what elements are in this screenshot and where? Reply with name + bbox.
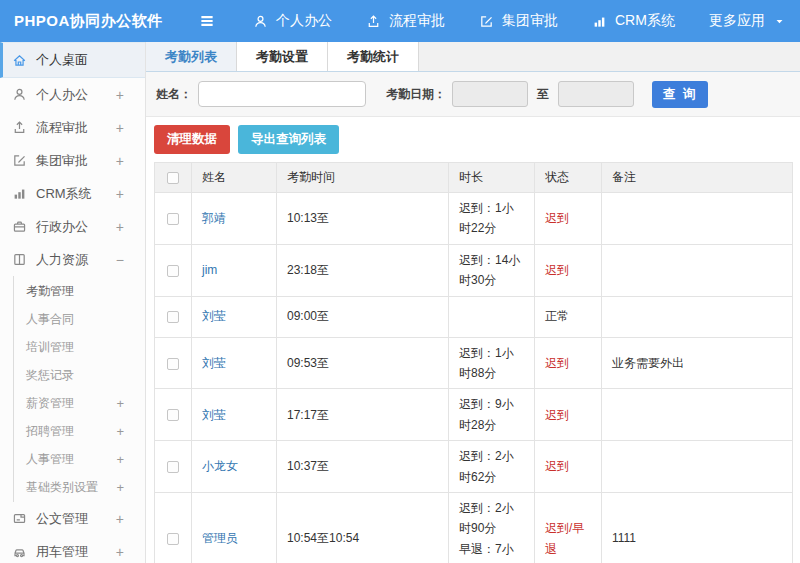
- row-checkbox[interactable]: [167, 265, 179, 277]
- sidebar-item-label: 人力资源: [36, 251, 88, 269]
- clean-data-button[interactable]: 清理数据: [154, 125, 230, 154]
- sidebar-item-5[interactable]: CRM系统+: [0, 177, 145, 210]
- search-button[interactable]: 查 询: [652, 81, 708, 108]
- status-badge: 正常: [545, 309, 569, 323]
- employee-name-link[interactable]: 刘莹: [202, 309, 226, 323]
- sidebar-subitem-6[interactable]: 招聘管理+: [14, 417, 145, 445]
- expand-toggle[interactable]: +: [116, 154, 124, 168]
- row-checkbox[interactable]: [167, 213, 179, 225]
- sidebar-item-4[interactable]: 集团审批+: [0, 144, 145, 177]
- sidebar-item-3[interactable]: 流程审批+: [0, 111, 145, 144]
- nav-item-label: 个人办公: [276, 12, 332, 30]
- expand-toggle[interactable]: +: [116, 187, 124, 201]
- column-header: 考勤时间: [277, 163, 449, 193]
- column-header: 备注: [602, 163, 793, 193]
- sidebar-item-7[interactable]: 人力资源−: [0, 243, 145, 276]
- name-input[interactable]: [198, 81, 366, 107]
- time-cell: 23:18至: [277, 244, 449, 296]
- expand-toggle[interactable]: +: [116, 88, 124, 102]
- employee-name-link[interactable]: 郭靖: [202, 211, 226, 225]
- remark-text: 业务需要外出: [612, 356, 684, 370]
- attendance-time: 09:53至: [287, 356, 329, 370]
- expand-toggle[interactable]: +: [116, 220, 124, 234]
- hamburger-menu-icon[interactable]: [198, 12, 216, 30]
- nav-item-1[interactable]: 个人办公: [236, 0, 349, 42]
- sidebar-subitem-8[interactable]: 基础类别设置+: [14, 473, 145, 501]
- status-badge: 迟到: [545, 408, 569, 422]
- sidebar-item-9[interactable]: 用车管理+: [0, 535, 145, 563]
- row-checkbox[interactable]: [167, 533, 179, 545]
- expand-toggle[interactable]: +: [116, 481, 124, 494]
- attendance-time: 10:13至: [287, 211, 329, 225]
- sidebar-subitem-4[interactable]: 奖惩记录: [14, 361, 145, 389]
- name-label: 姓名：: [156, 86, 192, 103]
- sidebar-item-1[interactable]: 个人桌面: [0, 42, 145, 78]
- employee-name-link[interactable]: 小龙女: [202, 459, 238, 473]
- sidebar-item-2[interactable]: 个人办公+: [0, 78, 145, 111]
- time-cell: 10:37至: [277, 441, 449, 493]
- expand-toggle[interactable]: +: [116, 425, 124, 438]
- row-checkbox[interactable]: [167, 409, 179, 421]
- book-icon: [12, 252, 29, 267]
- date-label: 考勤日期：: [386, 86, 446, 103]
- doc-icon: [12, 511, 29, 526]
- status-badge: 迟到: [545, 211, 569, 225]
- row-checkbox[interactable]: [167, 311, 179, 323]
- employee-name-link[interactable]: 管理员: [202, 531, 238, 545]
- row-checkbox-cell: [155, 193, 192, 245]
- export-list-button[interactable]: 导出查询列表: [238, 125, 339, 154]
- expand-toggle[interactable]: +: [116, 397, 124, 410]
- sidebar-subitem-label: 薪资管理: [26, 396, 74, 410]
- sidebar-subitem-2[interactable]: 人事合同: [14, 305, 145, 333]
- tab-label: 考勤列表: [165, 49, 217, 64]
- tab-2[interactable]: 考勤设置: [237, 42, 328, 71]
- duration-line: 早退：7小时10分: [459, 539, 524, 563]
- duration-cell: 迟到：9小时28分: [449, 389, 535, 441]
- row-checkbox[interactable]: [167, 358, 179, 370]
- status-badge: 迟到: [545, 263, 569, 277]
- sidebar-subitem-7[interactable]: 人事管理+: [14, 445, 145, 473]
- row-checkbox[interactable]: [167, 461, 179, 473]
- sidebar-submenu: 考勤管理人事合同培训管理奖惩记录薪资管理+招聘管理+人事管理+基础类别设置+: [13, 276, 145, 502]
- select-all-checkbox[interactable]: [167, 172, 179, 184]
- row-checkbox-cell: [155, 337, 192, 389]
- expand-toggle[interactable]: +: [116, 121, 124, 135]
- tab-3[interactable]: 考勤统计: [328, 42, 419, 71]
- duration-line: 迟到：2小时90分: [459, 498, 524, 539]
- home-icon: [12, 53, 29, 68]
- nav-item-4[interactable]: CRM系统: [575, 0, 692, 42]
- sidebar-item-8[interactable]: 公文管理+: [0, 502, 145, 535]
- employee-name-link[interactable]: jim: [202, 263, 217, 277]
- name-cell: 刘莹: [192, 296, 277, 337]
- expand-toggle[interactable]: +: [116, 512, 124, 526]
- sidebar-subitem-3[interactable]: 培训管理: [14, 333, 145, 361]
- time-cell: 09:00至: [277, 296, 449, 337]
- name-cell: jim: [192, 244, 277, 296]
- row-checkbox-cell: [155, 296, 192, 337]
- caret-down-icon: [773, 15, 786, 28]
- tab-1[interactable]: 考勤列表: [146, 42, 237, 71]
- sidebar-subitem-label: 人事合同: [26, 312, 74, 326]
- attendance-time: 10:54至10:54: [287, 531, 359, 545]
- name-cell: 刘莹: [192, 337, 277, 389]
- sidebar-subitem-1[interactable]: 考勤管理: [14, 277, 145, 305]
- nav-item-2[interactable]: 流程审批: [349, 0, 462, 42]
- date-to-input[interactable]: [558, 81, 634, 107]
- employee-name-link[interactable]: 刘莹: [202, 356, 226, 370]
- remark-cell: [602, 193, 793, 245]
- select-all-header-cell: [155, 163, 192, 193]
- sidebar-item-6[interactable]: 行政办公+: [0, 210, 145, 243]
- date-from-input[interactable]: [452, 81, 528, 107]
- nav-item-5[interactable]: 更多应用: [692, 0, 800, 42]
- sidebar-subitem-5[interactable]: 薪资管理+: [14, 389, 145, 417]
- employee-name-link[interactable]: 刘莹: [202, 408, 226, 422]
- sidebar-subitem-label: 基础类别设置: [26, 480, 98, 494]
- sidebar: 个人桌面个人办公+流程审批+集团审批+CRM系统+行政办公+人力资源−考勤管理人…: [0, 42, 146, 563]
- expand-toggle[interactable]: +: [116, 453, 124, 466]
- sidebar-item-label: CRM系统: [36, 185, 92, 203]
- duration-line: 迟到：14小时30分: [459, 250, 524, 291]
- duration-cell: [449, 296, 535, 337]
- nav-item-3[interactable]: 集团审批: [462, 0, 575, 42]
- expand-toggle[interactable]: +: [116, 545, 124, 559]
- expand-toggle[interactable]: −: [116, 253, 124, 267]
